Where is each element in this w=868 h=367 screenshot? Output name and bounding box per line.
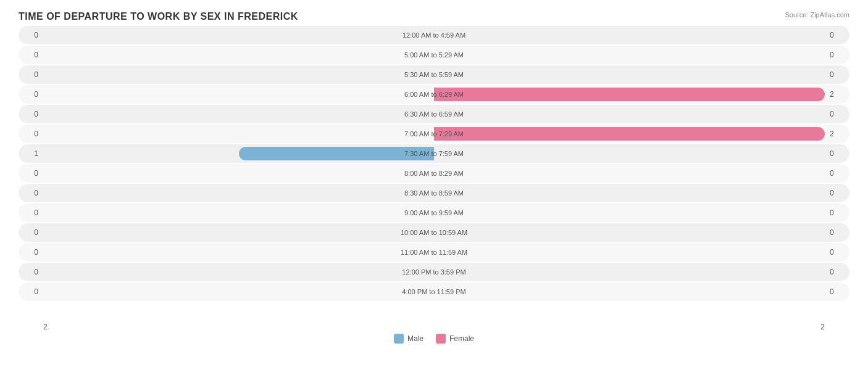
female-value: 0 bbox=[825, 248, 849, 257]
chart-container: TIME OF DEPARTURE TO WORK BY SEX IN FRED… bbox=[0, 0, 868, 367]
chart-row: 011:00 AM to 11:59 AM0 bbox=[19, 243, 849, 262]
bar-container: 12:00 PM to 3:59 PM bbox=[43, 263, 825, 281]
legend-female: Female bbox=[436, 334, 474, 344]
x-axis-right: 2 bbox=[820, 323, 825, 331]
female-bar bbox=[434, 127, 825, 141]
bar-container: 11:00 AM to 11:59 AM bbox=[43, 243, 825, 262]
legend-female-label: Female bbox=[449, 334, 474, 343]
female-value: 0 bbox=[825, 287, 849, 296]
chart-row: 04:00 PM to 11:59 PM0 bbox=[19, 282, 849, 301]
chart-row: 17:30 AM to 7:59 AM0 bbox=[19, 144, 849, 163]
male-value: 0 bbox=[19, 287, 43, 296]
male-value: 0 bbox=[19, 248, 43, 257]
male-value: 0 bbox=[19, 130, 43, 138]
male-value: 1 bbox=[19, 149, 43, 158]
chart-row: 09:00 AM to 9:59 AM0 bbox=[19, 204, 849, 222]
chart-area: 012:00 AM to 4:59 AM005:00 AM to 5:29 AM… bbox=[19, 26, 849, 320]
female-value: 0 bbox=[825, 228, 849, 237]
bar-container: 12:00 AM to 4:59 AM bbox=[43, 26, 825, 44]
source-label: Source: ZipAtlas.com bbox=[785, 11, 849, 19]
time-label: 5:30 AM to 5:59 AM bbox=[404, 71, 464, 78]
female-value: 0 bbox=[825, 208, 849, 217]
chart-row: 012:00 PM to 3:59 PM0 bbox=[19, 263, 849, 281]
time-label: 8:30 AM to 8:59 AM bbox=[404, 189, 464, 197]
legend-male-box bbox=[394, 334, 404, 344]
female-value: 0 bbox=[825, 268, 849, 276]
bar-container: 5:00 AM to 5:29 AM bbox=[43, 46, 825, 64]
time-label: 6:30 AM to 6:59 AM bbox=[404, 110, 464, 118]
legend-male-label: Male bbox=[407, 334, 424, 343]
female-value: 0 bbox=[825, 51, 849, 59]
bar-container: 7:00 AM to 7:29 AM bbox=[43, 125, 825, 143]
male-value: 0 bbox=[19, 31, 43, 39]
time-label: 8:00 AM to 8:29 AM bbox=[404, 170, 464, 177]
bar-container: 9:00 AM to 9:59 AM bbox=[43, 204, 825, 222]
chart-row: 06:30 AM to 6:59 AM0 bbox=[19, 105, 849, 123]
time-label: 10:00 AM to 10:59 AM bbox=[401, 229, 467, 236]
x-axis-left: 2 bbox=[43, 323, 48, 331]
legend-female-box bbox=[436, 334, 446, 344]
bar-container: 10:00 AM to 10:59 AM bbox=[43, 223, 825, 242]
time-label: 12:00 PM to 3:59 PM bbox=[402, 268, 465, 276]
chart-row: 05:30 AM to 5:59 AM0 bbox=[19, 65, 849, 84]
male-value: 0 bbox=[19, 268, 43, 276]
chart-row: 012:00 AM to 4:59 AM0 bbox=[19, 26, 849, 44]
female-value: 0 bbox=[825, 149, 849, 158]
chart-row: 06:00 AM to 6:29 AM2 bbox=[19, 85, 849, 104]
male-value: 0 bbox=[19, 110, 43, 118]
male-value: 0 bbox=[19, 169, 43, 178]
female-value: 2 bbox=[825, 90, 849, 99]
male-value: 0 bbox=[19, 208, 43, 217]
chart-row: 05:00 AM to 5:29 AM0 bbox=[19, 46, 849, 64]
female-value: 0 bbox=[825, 70, 849, 79]
chart-row: 07:00 AM to 7:29 AM2 bbox=[19, 125, 849, 143]
chart-title: TIME OF DEPARTURE TO WORK BY SEX IN FRED… bbox=[19, 11, 849, 22]
bar-container: 4:00 PM to 11:59 PM bbox=[43, 282, 825, 301]
bar-container: 8:00 AM to 8:29 AM bbox=[43, 164, 825, 183]
male-value: 0 bbox=[19, 228, 43, 237]
x-axis: 2 2 bbox=[19, 320, 849, 331]
legend: Male Female bbox=[19, 334, 849, 344]
female-value: 0 bbox=[825, 169, 849, 178]
bar-container: 7:30 AM to 7:59 AM bbox=[43, 144, 825, 163]
time-label: 5:00 AM to 5:29 AM bbox=[404, 51, 464, 59]
male-value: 0 bbox=[19, 189, 43, 197]
male-value: 0 bbox=[19, 70, 43, 79]
chart-row: 010:00 AM to 10:59 AM0 bbox=[19, 223, 849, 242]
female-value: 0 bbox=[825, 31, 849, 39]
bar-container: 5:30 AM to 5:59 AM bbox=[43, 65, 825, 84]
female-bar bbox=[434, 88, 825, 101]
time-label: 12:00 AM to 4:59 AM bbox=[403, 31, 465, 39]
bar-container: 8:30 AM to 8:59 AM bbox=[43, 184, 825, 202]
time-label: 9:00 AM to 9:59 AM bbox=[404, 209, 464, 216]
male-bar bbox=[239, 147, 435, 160]
male-value: 0 bbox=[19, 90, 43, 99]
bar-container: 6:00 AM to 6:29 AM bbox=[43, 85, 825, 104]
legend-male: Male bbox=[394, 334, 424, 344]
female-value: 0 bbox=[825, 189, 849, 197]
chart-row: 08:00 AM to 8:29 AM0 bbox=[19, 164, 849, 183]
male-value: 0 bbox=[19, 51, 43, 59]
bar-container: 6:30 AM to 6:59 AM bbox=[43, 105, 825, 123]
female-value: 2 bbox=[825, 130, 849, 138]
time-label: 11:00 AM to 11:59 AM bbox=[401, 249, 467, 256]
female-value: 0 bbox=[825, 110, 849, 118]
chart-row: 08:30 AM to 8:59 AM0 bbox=[19, 184, 849, 202]
time-label: 4:00 PM to 11:59 PM bbox=[402, 288, 465, 295]
